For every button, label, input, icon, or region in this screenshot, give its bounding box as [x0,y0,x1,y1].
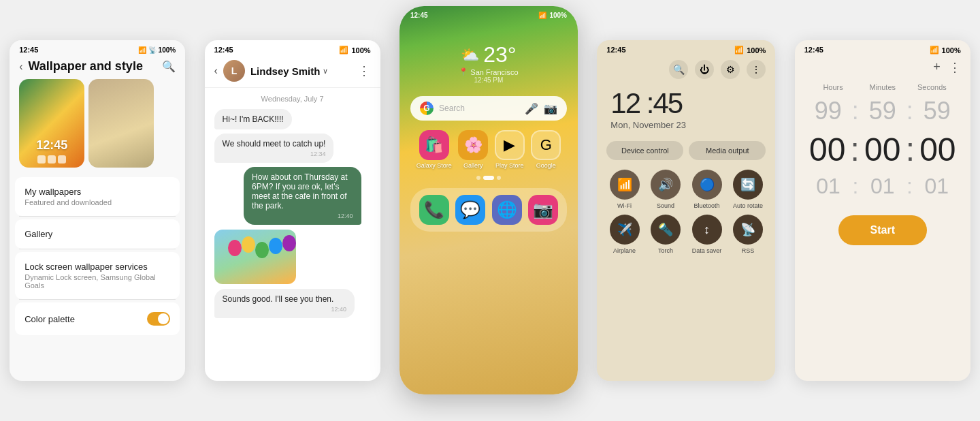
bluetooth-tile-label: Bluetooth [694,202,720,209]
home-search-bar[interactable]: G Search 🎤 📷 [410,96,567,121]
media-output-btn[interactable]: Media output [689,141,766,160]
dock-messages-icon[interactable]: 💬 [455,195,485,225]
more-options-icon[interactable]: ⋮ [358,63,371,78]
search-icon[interactable]: 🔍 [162,60,176,73]
color-palette-label: Color palette [24,314,75,324]
home-dock: 📞 💬 🌐 📷 [410,188,567,232]
google-app-label: Google [536,162,556,169]
contact-avatar: L [223,60,245,82]
panel1-header: ‹ Wallpaper and style 🔍 [10,57,185,79]
qs-date-display: Mon, November 23 [597,120,775,137]
prev-seconds: 59 [913,97,961,125]
qs-settings-btn[interactable]: ⚙ [721,60,740,79]
battery-icon: 100% [159,46,176,54]
wallpaper-thumb-2[interactable] [88,79,154,168]
google-logo: G [420,102,434,115]
galaxy-store-label: Galaxy Store [416,162,452,169]
divider-2 [19,249,176,249]
autorotate-tile[interactable]: 🔄 Auto rotate [730,170,766,209]
msg-content: Wednesday, July 7 Hi~! I'm BACK!!!! We s… [205,88,380,381]
app-gallery[interactable]: 🌸 Gallery [458,130,488,169]
start-button[interactable]: Start [838,215,927,245]
panel1-status-bar: 12:45 📶 📡 100% [10,40,185,57]
play-store-icon: ▶ [495,130,525,160]
sound-tile-icon: 🔊 [651,170,681,200]
timer-prev-row: 99 : 59 : 59 [795,94,970,128]
qs-status-bar: 12:45 📶 100% [597,40,775,57]
home-time: 12:45 [410,12,428,19]
timer-add-icon[interactable]: + [933,60,941,75]
wallpaper-preview-row: 12:45 [10,79,185,174]
color-palette-item[interactable]: Color palette [15,302,180,335]
bluetooth-tile[interactable]: 🔵 Bluetooth [689,170,725,209]
page-indicator [399,173,578,183]
lockscreen-sub: Dynamic Lock screen, Samsung Global Goal… [24,273,170,290]
dock-camera-icon[interactable]: 📷 [528,195,558,225]
torch-tile[interactable]: 🔦 Torch [648,215,684,254]
sound-tile[interactable]: 🔊 Sound [648,170,684,209]
dock-internet-icon[interactable]: 🌐 [492,195,522,225]
color-palette-toggle[interactable] [147,312,170,326]
mic-icon[interactable]: 🎤 [525,102,538,115]
main-sep-1: : [851,131,860,168]
airplane-tile[interactable]: ✈️ Airplane [606,215,642,254]
galaxy-store-icon: 🛍️ [419,130,449,160]
qs-wifi-icon: 📶 [734,46,744,54]
msg-image-attachment [214,230,296,284]
timer-header-icons: + ⋮ [795,57,970,78]
weather-icon: ⛅ [461,46,479,64]
rss-tile[interactable]: 📡 RSS [730,215,766,254]
my-wallpapers-item[interactable]: My wallpapers Featured and downloaded [15,177,180,216]
dropdown-icon[interactable]: ∨ [323,67,328,76]
timer-more-icon[interactable]: ⋮ [949,60,961,75]
qs-search-btn[interactable]: 🔍 [669,60,688,79]
next-hours: 01 [804,174,853,199]
msg-time: 12:45 [214,46,233,54]
torch-tile-label: Torch [658,247,673,254]
wifi-tile[interactable]: 📶 Wi-Fi [606,170,642,209]
signal-icon: 📡 [148,46,157,54]
datasaver-tile[interactable]: ↕ Data saver [689,215,725,254]
qs-control-buttons: Device control Media output [597,137,775,164]
airplane-tile-label: Airplane [613,247,636,254]
qs-power-btn[interactable]: ⏻ [695,60,714,79]
app-google[interactable]: G Google [531,130,561,169]
quick-settings-panel: 12:45 📶 100% 🔍 ⏻ ⚙ ⋮ 12 :45 Mon, Novembe… [597,40,775,381]
gallery-item[interactable]: Gallery [15,219,180,249]
dock-phone-icon[interactable]: 📞 [419,195,449,225]
home-apps-row: 🛍️ Galaxy Store 🌸 Gallery ▶ Play Store G… [399,126,578,173]
msg-date: Wednesday, July 7 [205,88,380,107]
my-wallpapers-label: My wallpapers [24,187,170,197]
gallery-label: Gallery [24,229,170,239]
search-placeholder[interactable]: Search [439,104,519,113]
dot-3 [497,176,501,180]
contact-info: Lindsey Smith ∨ [250,65,329,77]
play-store-label: Play Store [495,162,524,169]
home-status-bar: 12:45 📶 100% [399,6,578,22]
msg-back-icon[interactable]: ‹ [214,65,218,77]
main-seconds: 00 [915,131,961,168]
qs-control-icons: 🔍 ⏻ ⚙ ⋮ [597,57,775,84]
datasaver-tile-label: Data saver [692,247,722,254]
contact-name: Lindsey Smith [250,65,321,77]
qs-tiles-grid: 📶 Wi-Fi 🔊 Sound 🔵 Bluetooth 🔄 Auto rotat… [597,164,775,260]
msg-bubble-received-1: Hi~! I'm BACK!!!! [214,109,292,129]
lockscreen-label: Lock screen wallpaper services [24,262,170,272]
qs-more-btn[interactable]: ⋮ [747,60,766,79]
device-control-btn[interactable]: Device control [606,141,683,160]
page-title: Wallpaper and style [29,59,143,74]
back-icon[interactable]: ‹ [19,61,22,73]
app-galaxy-store[interactable]: 🛍️ Galaxy Store [416,130,452,169]
sound-tile-label: Sound [657,202,674,209]
timer-status-bar: 12:45 📶 100% [795,40,970,57]
home-weather-widget: ⛅ 23° 📍 San Francisco 12:45 PM [399,22,578,91]
wallpaper-thumb-1[interactable]: 12:45 [19,79,84,168]
app-play-store[interactable]: ▶ Play Store [495,130,525,169]
home-time-display: 12:45 PM [474,76,504,84]
location-pin-icon: 📍 [459,67,468,76]
wallpaper-panel: 12:45 📶 📡 100% ‹ Wallpaper and style 🔍 1… [10,40,185,381]
lens-icon[interactable]: 📷 [544,102,557,115]
timer-wifi-icon: 📶 [930,46,939,54]
lockscreen-item[interactable]: Lock screen wallpaper services Dynamic L… [15,252,180,299]
rss-tile-label: RSS [742,247,755,254]
